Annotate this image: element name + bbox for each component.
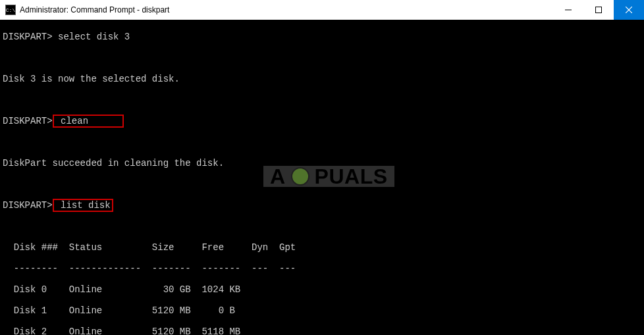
maximize-button[interactable] (583, 0, 614, 20)
table-row: Disk 1 Online 5120 MB 0 B (3, 305, 641, 316)
table-sep: -------- ------------- ------- ------- -… (3, 263, 641, 274)
line-select-disk: DISKPART> select disk 3 (3, 32, 641, 42)
titlebar[interactable]: C:\ Administrator: Command Prompt - disk… (0, 0, 644, 20)
table-row: Disk 0 Online 30 GB 1024 KB (3, 284, 641, 295)
table-row: Disk 2 Online 5120 MB 5118 MB (3, 326, 641, 335)
terminal-output[interactable]: DISKPART> select disk 3 Disk 3 is now th… (0, 20, 644, 335)
line-listdisk: DISKPART> list disk (3, 200, 641, 211)
line-clean: DISKPART> clean (3, 116, 641, 126)
svg-rect-1 (596, 7, 602, 13)
table-header: Disk ### Status Size Free Dyn Gpt (3, 242, 641, 253)
close-button[interactable] (614, 0, 644, 20)
prompt: DISKPART> (3, 200, 53, 211)
watermark-face-icon (291, 167, 309, 186)
minimize-button[interactable] (553, 0, 583, 20)
prompt: DISKPART> (3, 116, 53, 126)
watermark: A PUALS (263, 166, 394, 187)
cmd-icon: C:\ (5, 5, 16, 15)
msg-selected: Disk 3 is now the selected disk. (3, 74, 641, 84)
cmd-window: C:\ Administrator: Command Prompt - disk… (0, 0, 644, 335)
window-controls (553, 0, 644, 20)
cmd-clean-highlight: clean (53, 115, 124, 128)
window-title: Administrator: Command Prompt - diskpart (20, 5, 553, 14)
prompt: DISKPART> (3, 32, 53, 42)
cmd-listdisk-highlight: list disk (53, 199, 113, 212)
